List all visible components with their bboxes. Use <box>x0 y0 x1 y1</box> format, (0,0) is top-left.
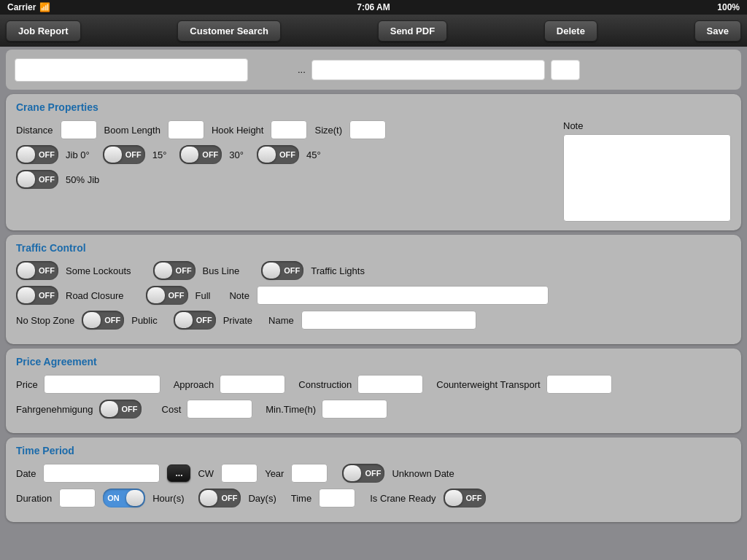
job-report-button[interactable]: Job Report <box>6 20 81 42</box>
time-period-title: Time Period <box>16 445 731 456</box>
unknown-date-toggle[interactable]: OFF <box>342 464 384 483</box>
traffic-note-input[interactable] <box>257 286 549 305</box>
jib0-toggle[interactable]: OFF <box>16 145 58 164</box>
min-time-input[interactable] <box>322 400 387 419</box>
nav-bar: Job Report Customer Search Send PDF Dele… <box>0 15 747 47</box>
traffic-row3: No Stop Zone OFF Public OFF Private Name <box>16 311 731 330</box>
traffic-note-label: Note <box>229 290 249 301</box>
jib50-toggle[interactable]: OFF <box>16 170 58 189</box>
main-content: ... Crane Properties Distance Boom Lengt… <box>0 47 747 560</box>
approach-label: Approach <box>174 379 214 390</box>
year-label: Year <box>265 468 284 479</box>
hook-height-input[interactable] <box>271 120 307 139</box>
bus-line-toggle[interactable]: OFF <box>153 261 196 280</box>
unknown-date-label: Unknown Date <box>392 468 454 479</box>
save-button[interactable]: Save <box>694 20 741 42</box>
deg15-off-label: OFF <box>125 150 142 159</box>
construction-input[interactable] <box>357 375 423 394</box>
is-crane-ready-label: Is Crane Ready <box>370 493 436 504</box>
counterweight-input[interactable] <box>546 375 612 394</box>
some-lockouts-label: Some Lockouts <box>66 265 131 276</box>
hours-toggle[interactable]: ON <box>103 489 145 508</box>
traffic-lights-label: Traffic Lights <box>311 265 365 276</box>
date-picker-button[interactable]: ... <box>167 464 190 482</box>
price-row1: Price Approach Construction Counterweigh… <box>16 375 731 394</box>
cost-input[interactable] <box>187 400 252 419</box>
partial-input-1[interactable] <box>311 60 545 80</box>
traffic-row2: OFF Road Closure OFF Full Note <box>16 286 731 305</box>
deg15-toggle[interactable]: OFF <box>103 145 145 164</box>
no-stop-zone-label: No Stop Zone <box>16 315 74 326</box>
date-input[interactable] <box>43 464 160 483</box>
duration-input[interactable] <box>59 489 96 508</box>
bus-line-label: Bus Line <box>203 265 240 276</box>
counterweight-label: Counterweight Transport <box>436 379 540 390</box>
price-row2: Fahrgenehmigung OFF Cost Min.Time(h) <box>16 400 731 419</box>
delete-button[interactable]: Delete <box>544 20 597 42</box>
size-t-input[interactable] <box>349 120 386 139</box>
deg45-off-label: OFF <box>279 150 295 159</box>
jib0-off-label: OFF <box>39 150 55 159</box>
time-period-section: Time Period Date ... CW Year OFF Unknown… <box>6 438 741 522</box>
name-label: Name <box>268 315 294 326</box>
full-toggle[interactable]: OFF <box>146 286 188 305</box>
crane-note-textarea[interactable] <box>563 134 731 222</box>
jib-angles-row: OFF Jib 0° OFF 15° OFF <box>16 145 554 164</box>
jib50-off-label: OFF <box>39 175 55 184</box>
name-input[interactable] <box>301 311 476 330</box>
jib50-knob <box>18 171 35 187</box>
year-input[interactable] <box>291 464 328 483</box>
fahrgenehmigung-toggle[interactable]: OFF <box>99 400 142 419</box>
send-pdf-button[interactable]: Send PDF <box>378 20 447 42</box>
jib0-toggle-knob <box>18 147 35 163</box>
boom-length-input[interactable] <box>168 120 204 139</box>
price-input[interactable] <box>44 375 160 394</box>
traffic-lights-toggle[interactable]: OFF <box>261 261 303 280</box>
deg30-label: 30° <box>229 149 244 160</box>
approach-input[interactable] <box>220 375 285 394</box>
partial-label: ... <box>298 64 306 75</box>
deg45-toggle[interactable]: OFF <box>257 145 299 164</box>
carrier-label: Carrier <box>7 2 36 12</box>
crane-ready-toggle[interactable]: OFF <box>444 489 486 508</box>
cw-input[interactable] <box>221 464 258 483</box>
road-closure-toggle[interactable]: OFF <box>16 286 58 305</box>
partial-input-2[interactable] <box>551 60 580 80</box>
crane-properties-section: Crane Properties Distance Boom Length Ho… <box>6 94 741 230</box>
day-toggle[interactable]: OFF <box>198 489 241 508</box>
traffic-row1: OFF Some Lockouts OFF Bus Line OFF Traff… <box>16 261 731 280</box>
distance-input[interactable] <box>61 120 97 139</box>
deg45-label: 45° <box>306 149 321 160</box>
time-label: Time <box>291 493 311 504</box>
duration-label: Duration <box>16 493 52 504</box>
distance-label: Distance <box>16 125 53 136</box>
size-t-label: Size(t) <box>314 125 342 136</box>
deg15-label: 15° <box>152 149 167 160</box>
deg30-toggle[interactable]: OFF <box>179 145 222 164</box>
battery-display: 100% <box>717 2 740 12</box>
deg30-toggle-wrap: OFF <box>179 145 222 164</box>
private-toggle[interactable]: OFF <box>174 311 216 330</box>
customer-search-button[interactable]: Customer Search <box>177 20 281 42</box>
private-label: Private <box>223 315 252 326</box>
crane-main-row: Distance Boom Length Hook Height Size(t) <box>16 120 554 139</box>
full-label: Full <box>196 290 211 301</box>
public-label: Public <box>131 315 157 326</box>
fahrgenehmigung-label: Fahrgenehmigung <box>16 404 93 415</box>
price-agreement-section: Price Agreement Price Approach Construct… <box>6 349 741 433</box>
top-text-input[interactable] <box>15 58 248 82</box>
some-lockouts-toggle[interactable]: OFF <box>16 261 58 280</box>
time-input[interactable] <box>319 489 355 508</box>
jib50-toggle-wrap: OFF <box>16 170 58 189</box>
traffic-control-title: Traffic Control <box>16 242 731 254</box>
time-row2: Duration ON Hour(s) OFF Day(s) Time Is C… <box>16 489 731 508</box>
traffic-control-section: Traffic Control OFF Some Lockouts OFF Bu… <box>6 235 741 344</box>
no-stop-toggle[interactable]: OFF <box>82 311 124 330</box>
construction-label: Construction <box>298 379 352 390</box>
day-label: Day(s) <box>248 493 276 504</box>
hook-height-label: Hook Height <box>212 125 264 136</box>
jib0-label: Jib 0° <box>66 149 90 160</box>
jib50-label: 50% Jib <box>66 174 99 185</box>
crane-properties-title: Crane Properties <box>16 101 731 113</box>
time-row1: Date ... CW Year OFF Unknown Date <box>16 464 731 483</box>
